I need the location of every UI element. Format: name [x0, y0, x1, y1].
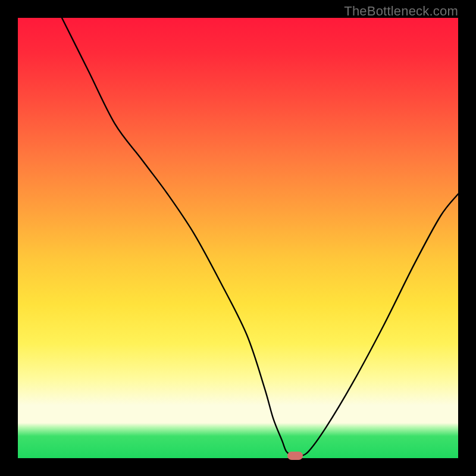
watermark-text: TheBottleneck.com [344, 4, 458, 19]
minimum-marker [287, 452, 303, 460]
plot-area [18, 18, 458, 458]
chart-frame: TheBottleneck.com [0, 0, 476, 476]
bottleneck-curve [18, 18, 458, 458]
